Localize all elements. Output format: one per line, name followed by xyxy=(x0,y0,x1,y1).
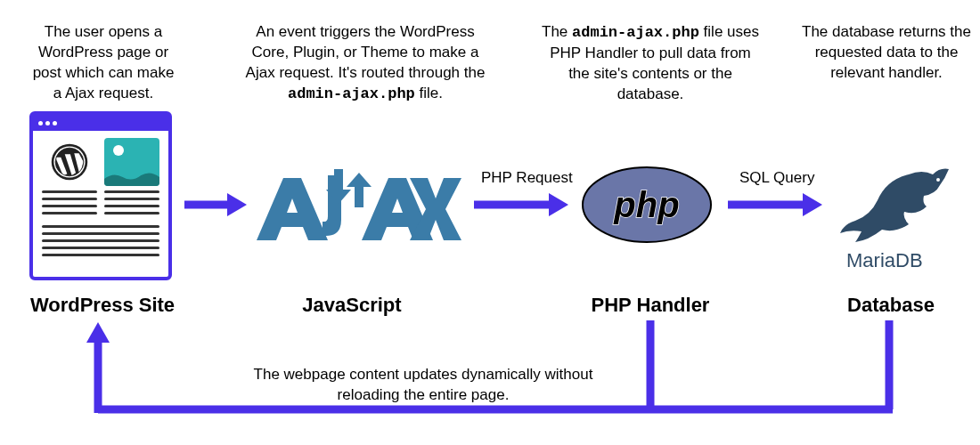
filename-text: admin-ajax.php xyxy=(572,24,699,41)
return-caption: The webpage content updates dynamically … xyxy=(236,365,610,406)
wordpress-logo-icon xyxy=(42,138,97,186)
filename-text: admin-ajax.php xyxy=(288,85,415,102)
arrow-label-sql-query: SQL Query xyxy=(739,169,814,187)
node-label-wordpress: WordPress Site xyxy=(22,294,183,317)
arrow-wp-to-js-icon xyxy=(183,191,249,218)
mariadb-seal-icon xyxy=(833,160,958,253)
php-logo-icon: php xyxy=(581,160,713,253)
text-fragment: An event triggers the WordPress Core, Pl… xyxy=(246,23,486,81)
browser-titlebar xyxy=(33,115,168,131)
description-database: The database returns the requested data … xyxy=(802,22,971,84)
node-label-javascript: JavaScript xyxy=(272,294,432,317)
mariadb-text: MariaDB xyxy=(846,249,923,272)
wordpress-site-icon xyxy=(29,111,172,280)
description-wordpress: The user opens a WordPress page or post … xyxy=(27,22,180,104)
ajax-logo-icon xyxy=(257,165,461,257)
description-php: The admin-ajax.php file uses PHP Handler… xyxy=(539,22,762,105)
arrow-js-to-php-icon xyxy=(472,191,570,218)
node-label-database: Database xyxy=(820,294,962,317)
text-fragment: The xyxy=(542,23,572,40)
arrow-label-php-request: PHP Request xyxy=(481,169,573,187)
text-fragment: file. xyxy=(415,85,443,101)
description-javascript: An event triggers the WordPress Core, Pl… xyxy=(236,22,494,105)
node-label-php: PHP Handler xyxy=(570,294,731,317)
svg-text:php: php xyxy=(613,185,679,224)
arrow-php-to-db-icon xyxy=(726,191,824,218)
svg-point-6 xyxy=(936,178,940,182)
image-placeholder-icon xyxy=(104,138,159,186)
